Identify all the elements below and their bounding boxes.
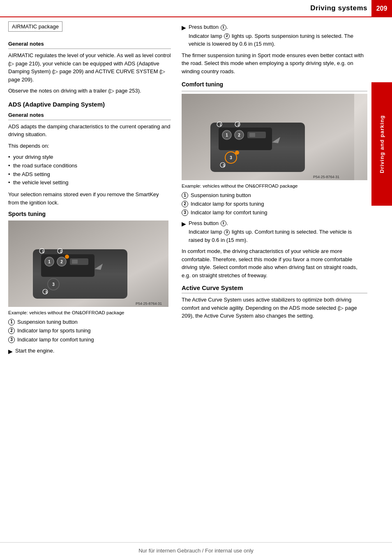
press-button-action-comfort: ▶ Press button 1. Indicator lamp 3 light…: [182, 219, 367, 244]
left-column: AIRMATIC package General notes AIRMATIC …: [0, 21, 177, 534]
action-arrow-comfort: ▶: [182, 220, 186, 228]
airmatic-paragraph1: AIRMATIC regulates the level of your veh…: [8, 51, 171, 84]
bullet-item-4: the vehicle level setting: [8, 179, 171, 187]
comfort-item-3: 3 Indicator lamp for comfort tuning: [182, 209, 367, 216]
sports-tuning-image-inner: 1 2 3 1: [8, 220, 168, 307]
airmatic-divider: [8, 49, 171, 49]
comfort-num-3: 3: [182, 209, 188, 216]
page-container: Driving systems 209 Driving and parking …: [0, 0, 392, 557]
svg-rect-9: [72, 260, 78, 264]
comfort-divider: [182, 91, 367, 91]
watermark-text: Nur für internen Gebrauch / For internal…: [138, 548, 254, 554]
start-engine-text: Start the engine.: [15, 347, 54, 355]
svg-text:P54·25-8764·31: P54·25-8764·31: [313, 175, 339, 179]
airmatic-paragraph2: Observe the notes on driving with a trai…: [8, 87, 171, 95]
action-arrow-1: ▶: [8, 347, 13, 356]
active-curve-paragraph: The Active Curve System uses active stab…: [182, 296, 367, 320]
svg-text:2: 2: [238, 133, 240, 137]
header-title: Driving systems: [310, 4, 367, 12]
ads-general-notes-title: General notes: [8, 112, 171, 118]
svg-point-31: [235, 151, 239, 155]
svg-text:3: 3: [230, 155, 232, 160]
ads-divider: [8, 120, 171, 120]
svg-point-7: [65, 255, 69, 259]
comfort-num-2: 2: [182, 201, 188, 207]
action-arrow-sports: ▶: [182, 23, 186, 32]
watermark: Nur für internen Gebrauch / For internal…: [0, 542, 392, 557]
sports-tuning-item-2: 2 Indicator lamp for sports tuning: [8, 327, 171, 334]
bullet-item-1: your driving style: [8, 153, 171, 162]
main-content: AIRMATIC package General notes AIRMATIC …: [0, 17, 392, 534]
sports-tuning-caption: Example: vehicles without the ON&OFFROAD…: [8, 309, 171, 316]
ads-paragraph1: ADS adapts the damping characteristics t…: [8, 123, 171, 139]
comfort-item-2: 2 Indicator lamp for sports tuning: [182, 200, 367, 208]
active-curve-divider: [182, 293, 367, 293]
active-curve-title: Active Curve System: [182, 284, 367, 291]
svg-text:3: 3: [52, 282, 55, 287]
svg-text:1: 1: [48, 260, 51, 264]
sports-tuning-item-3: 3 Indicator lamp for comfort tuning: [8, 336, 171, 343]
airmatic-package-box: AIRMATIC package: [8, 21, 62, 32]
press-button-text-comfort: Press button 1. Indicator lamp 3 lights …: [189, 219, 367, 244]
press-button-action-sports: ▶ Press button 1. Indicator lamp 2 light…: [182, 23, 367, 48]
sports-tuning-image: 1 2 3 1: [8, 220, 168, 307]
ads-bullets: your driving style the road surface cond…: [8, 153, 171, 187]
circle-2-sports: 2: [224, 33, 230, 39]
bullet-item-2: the road surface conditions: [8, 162, 171, 170]
comfort-tuning-title: Comfort tuning: [182, 81, 367, 88]
svg-text:1: 1: [226, 133, 228, 137]
sports-tuning-item-1: 1 Suspension tuning button: [8, 318, 171, 326]
comfort-info-paragraph: In comfort mode, the driving characteris…: [182, 247, 367, 279]
ads-paragraph2: This depends on:: [8, 142, 171, 150]
airmatic-box-label: AIRMATIC package: [12, 23, 59, 30]
ads-title: ADS (Adaptive Damping System): [8, 101, 171, 108]
num-1: 1: [8, 319, 15, 325]
page-number: 209: [371, 0, 392, 17]
ads-paragraph3: Your selection remains stored even if yo…: [8, 190, 171, 207]
num-2: 2: [8, 327, 15, 334]
sports-info-paragraph: The firmer suspension tuning in Sport mo…: [182, 51, 367, 76]
comfort-tuning-svg: 1 2 3 1 2 3: [182, 94, 354, 180]
airmatic-general-notes-title: General notes: [8, 41, 171, 47]
svg-text:2: 2: [60, 260, 63, 264]
svg-text:P54·25-8764·31: P54·25-8764·31: [136, 302, 162, 306]
bullet-item-3: the ADS setting: [8, 170, 171, 179]
circle-1-comfort: 1: [221, 220, 226, 226]
press-button-text-sports: Press button 1. Indicator lamp 2 lights …: [189, 23, 367, 48]
right-column: ▶ Press button 1. Indicator lamp 2 light…: [177, 21, 392, 534]
comfort-num-1: 1: [182, 192, 188, 199]
svg-rect-28: [249, 133, 255, 137]
comfort-tuning-caption: Example: vehicles without the ON&OFFROAD…: [182, 183, 367, 189]
circle-3-comfort: 3: [224, 230, 230, 235]
side-tab: Driving and parking: [371, 82, 392, 206]
num-3: 3: [8, 337, 15, 343]
sports-tuning-title: Sports tuning: [8, 211, 171, 217]
sports-tuning-svg: 1 2 3 1: [8, 220, 168, 307]
start-engine-action: ▶ Start the engine.: [8, 347, 171, 356]
circle-1-sports: 1: [221, 25, 226, 30]
comfort-item-1: 1 Suspension tuning button: [182, 192, 367, 199]
comfort-tuning-image: 1 2 3 1 2 3: [182, 94, 367, 180]
comfort-tuning-image-inner: 1 2 3 1 2 3: [182, 94, 367, 180]
